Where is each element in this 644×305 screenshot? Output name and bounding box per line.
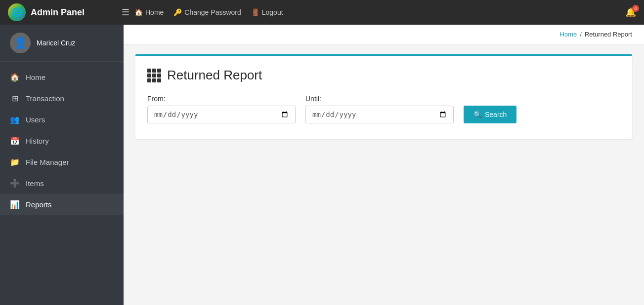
navbar-nav: 🏠 Home 🔑 Change Password 🚪 Logout [129, 8, 625, 16]
from-label: From: [147, 95, 296, 103]
search-form: From: Until: 🔍 Search [147, 95, 620, 123]
home-sidebar-icon: 🏠 [10, 73, 20, 82]
sidebar-menu: 🏠 Home ⊞ Transaction 👥 Users 📅 History 📁… [0, 62, 124, 220]
until-label: Until: [305, 95, 454, 103]
breadcrumb-home-link[interactable]: Home [560, 31, 577, 38]
sidebar-reports-label: Reports [26, 200, 52, 209]
sidebar: 👤 Maricel Cruz 🏠 Home ⊞ Transaction 👥 Us… [0, 25, 124, 305]
search-button-label: Search [485, 111, 507, 118]
breadcrumb-current: Returned Report [585, 31, 632, 38]
navbar-right: 🔔 4 [625, 7, 636, 18]
from-date-input[interactable] [147, 106, 296, 123]
users-sidebar-icon: 👥 [10, 115, 20, 124]
history-sidebar-icon: 📅 [10, 136, 20, 146]
nav-change-password-link[interactable]: 🔑 Change Password [173, 8, 241, 16]
brand-logo-icon: 🌐 [11, 7, 22, 18]
search-button[interactable]: 🔍 Search [464, 106, 516, 123]
items-sidebar-icon: ➕ [10, 179, 20, 188]
content-card: Returned Report From: Until: 🔍 Search [135, 54, 632, 139]
sidebar-item-history[interactable]: 📅 History [0, 130, 124, 152]
breadcrumb-separator: / [580, 31, 582, 38]
top-navbar: 🌐 Admin Panel ☰ 🏠 Home 🔑 Change Password… [0, 0, 644, 25]
nav-home-link[interactable]: 🏠 Home [134, 8, 164, 16]
reports-sidebar-icon: 📊 [10, 200, 20, 209]
sidebar-item-transaction[interactable]: ⊞ Transaction [0, 88, 124, 109]
nav-logout-link[interactable]: 🚪 Logout [251, 8, 283, 16]
main-layout: 👤 Maricel Cruz 🏠 Home ⊞ Transaction 👥 Us… [0, 25, 644, 305]
avatar: 👤 [10, 33, 31, 53]
until-date-input[interactable] [305, 106, 454, 123]
notification-badge: 4 [632, 5, 639, 12]
brand: 🌐 Admin Panel [8, 3, 122, 21]
sidebar-home-label: Home [26, 73, 45, 81]
hamburger-icon[interactable]: ☰ [122, 7, 129, 18]
brand-logo: 🌐 [8, 3, 26, 21]
home-nav-icon: 🏠 [134, 8, 143, 16]
sidebar-history-label: History [26, 137, 49, 145]
page-content: Returned Report From: Until: 🔍 Search [124, 44, 644, 149]
sidebar-item-home[interactable]: 🏠 Home [0, 67, 124, 88]
sidebar-transaction-label: Transaction [26, 94, 64, 103]
sidebar-item-items[interactable]: ➕ Items [0, 173, 124, 194]
logout-icon: 🚪 [251, 8, 259, 16]
search-icon: 🔍 [473, 111, 482, 118]
sidebar-item-users[interactable]: 👥 Users [0, 109, 124, 130]
sidebar-users-label: Users [26, 115, 45, 124]
page-header: Returned Report [147, 68, 620, 83]
sidebar-item-file-manager[interactable]: 📁 File Manager [0, 152, 124, 173]
user-profile: 👤 Maricel Cruz [0, 25, 124, 62]
until-date-group: Until: [305, 95, 454, 123]
grid-icon [147, 69, 161, 82]
file-manager-sidebar-icon: 📁 [10, 157, 20, 167]
key-icon: 🔑 [173, 8, 182, 16]
transaction-sidebar-icon: ⊞ [10, 94, 20, 103]
breadcrumb: Home / Returned Report [124, 25, 644, 44]
page-title: Returned Report [167, 68, 262, 83]
main-content: Home / Returned Report Returned Report F… [124, 25, 644, 305]
brand-title: Admin Panel [31, 7, 85, 18]
sidebar-item-reports[interactable]: 📊 Reports [0, 194, 124, 215]
sidebar-file-manager-label: File Manager [26, 158, 69, 166]
sidebar-items-label: Items [26, 179, 44, 188]
from-date-group: From: [147, 95, 296, 123]
notification-button[interactable]: 🔔 4 [625, 7, 636, 18]
user-name: Maricel Cruz [37, 39, 76, 47]
